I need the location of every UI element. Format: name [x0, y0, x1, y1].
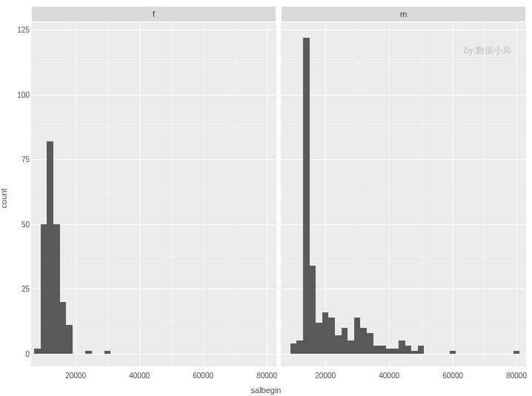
grid-minor-h: [31, 192, 276, 192]
grid-major-h: [31, 159, 276, 160]
histogram-bar: [104, 351, 111, 353]
x-tick-label: 60000: [442, 372, 463, 380]
plot-area-f: [31, 22, 276, 366]
facet-strip-m: m: [281, 6, 526, 22]
histogram-bar: [379, 346, 386, 353]
x-tick-label: 80000: [256, 372, 277, 380]
histogram-bar: [53, 224, 60, 354]
histogram-bar: [367, 333, 373, 354]
histogram-bar: [85, 351, 92, 353]
grid-minor-h: [31, 127, 276, 128]
histogram-bar: [513, 351, 520, 353]
grid-major-h: [281, 95, 526, 95]
histogram-bar: [342, 328, 348, 354]
plot-area-m: by:数据小兵: [281, 22, 526, 366]
histogram-bar: [450, 351, 456, 353]
histogram-bar: [296, 340, 303, 353]
grid-minor-v: [357, 22, 358, 366]
facet-panels: f m by:数据小兵: [31, 6, 526, 366]
histogram-bar: [34, 349, 41, 354]
x-tick-label: 40000: [379, 372, 399, 380]
grid-major-v: [267, 22, 267, 366]
histogram-bar: [66, 325, 73, 353]
histogram-bar: [335, 335, 342, 353]
x-tick-label: 40000: [129, 372, 150, 380]
grid-major-h: [281, 354, 526, 355]
histogram-bar: [405, 346, 412, 353]
faceted-histogram: count salbegin f m by:数据小兵 0255075100125…: [0, 0, 532, 396]
grid-minor-h: [31, 321, 276, 322]
x-tick-label: 60000: [193, 372, 213, 380]
histogram-bar: [392, 349, 399, 354]
grid-minor-v: [107, 22, 108, 366]
histogram-bar: [303, 38, 310, 354]
y-tick-label: 0: [13, 349, 30, 358]
facet-strip-f: f: [31, 6, 276, 22]
grid-major-h: [31, 354, 276, 355]
histogram-bar: [316, 323, 322, 354]
histogram-bar: [411, 351, 418, 353]
histogram-bar: [348, 340, 354, 353]
histogram-bar: [418, 346, 425, 353]
y-tick-label: 125: [13, 26, 30, 34]
grid-major-h: [281, 30, 526, 30]
x-tick-label: 20000: [65, 372, 86, 380]
grid-minor-h: [281, 192, 526, 192]
grid-major-h: [31, 95, 276, 95]
grid-major-v: [453, 22, 453, 366]
grid-minor-h: [31, 62, 276, 63]
y-tick-label: 50: [13, 220, 30, 228]
grid-major-h: [281, 159, 526, 160]
grid-minor-h: [31, 256, 276, 257]
grid-minor-h: [281, 62, 526, 63]
histogram-bar: [290, 343, 297, 354]
x-tick-label: 80000: [506, 372, 527, 380]
y-tick-label: 25: [13, 285, 30, 293]
grid-major-h: [281, 224, 526, 225]
histogram-bar: [41, 224, 47, 354]
y-tick-label: 100: [13, 90, 30, 98]
panel-f: f: [31, 6, 276, 366]
y-tick-label: 75: [13, 155, 30, 164]
grid-minor-h: [281, 127, 526, 128]
grid-minor-v: [485, 22, 485, 366]
grid-major-v: [76, 22, 76, 366]
grid-minor-v: [235, 22, 236, 366]
grid-major-v: [389, 22, 390, 366]
grid-major-v: [203, 22, 204, 366]
panel-m: m by:数据小兵: [281, 6, 526, 366]
histogram-bar: [322, 312, 329, 354]
grid-major-v: [139, 22, 140, 366]
histogram-bar: [360, 328, 367, 354]
grid-major-h: [281, 289, 526, 289]
histogram-bar: [354, 318, 361, 354]
histogram-bar: [60, 302, 67, 354]
grid-major-h: [31, 30, 276, 30]
histogram-bar: [373, 346, 380, 353]
histogram-bar: [399, 340, 405, 353]
histogram-bar: [310, 266, 316, 354]
histogram-bar: [47, 141, 53, 354]
grid-minor-h: [281, 256, 526, 257]
x-tick-label: 20000: [315, 372, 336, 380]
y-axis-label: count: [0, 188, 8, 208]
x-axis-label: salbegin: [251, 386, 282, 395]
grid-minor-v: [421, 22, 422, 366]
grid-major-h: [31, 224, 276, 225]
grid-minor-v: [171, 22, 172, 366]
histogram-bar: [328, 318, 335, 354]
grid-major-h: [31, 289, 276, 289]
grid-major-v: [516, 22, 517, 366]
watermark-text: by:数据小兵: [464, 44, 511, 57]
histogram-bar: [386, 349, 393, 354]
